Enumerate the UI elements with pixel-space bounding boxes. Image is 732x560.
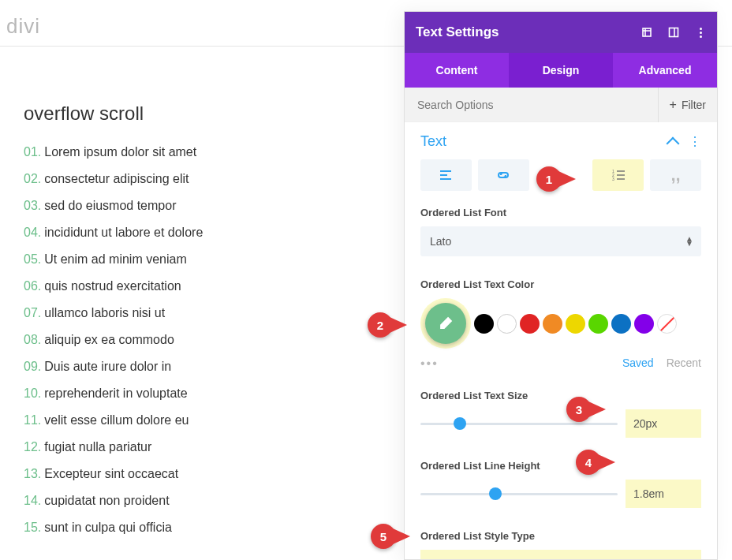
list-text: reprehenderit in voluptate xyxy=(44,386,187,400)
list-number: 08. xyxy=(24,333,41,346)
lineheight-input[interactable] xyxy=(626,480,701,508)
list-number: 12. xyxy=(24,440,41,454)
tab-content[interactable]: Content xyxy=(405,53,509,88)
color-swatch[interactable] xyxy=(543,314,562,334)
color-swatch[interactable] xyxy=(588,314,608,334)
color-label: Ordered List Text Color xyxy=(420,278,701,290)
panel-header: Text Settings xyxy=(405,12,717,53)
list-item: 08.aliquip ex ea commodo xyxy=(24,333,355,347)
search-row: +Filter xyxy=(405,88,717,122)
list-text: quis nostrud exercitation xyxy=(44,279,181,293)
color-swatches xyxy=(420,298,701,349)
saved-colors-tab[interactable]: Saved xyxy=(622,357,654,371)
size-slider[interactable] xyxy=(420,423,618,425)
panel-body: Text ⋮ 123 ,, Ordered List Font Lato ▲▼ … xyxy=(405,122,717,559)
list-item: 04.incididunt ut labore et dolore xyxy=(24,226,355,240)
list-number: 03. xyxy=(24,199,41,212)
search-input[interactable] xyxy=(405,99,658,111)
size-label: Ordered List Text Size xyxy=(420,390,701,401)
list-item: 09.Duis aute irure dolor in xyxy=(24,360,355,374)
panel-title: Text Settings xyxy=(416,24,641,40)
tab-advanced[interactable]: Advanced xyxy=(613,53,717,88)
tab-design[interactable]: Design xyxy=(509,53,613,88)
preview-content: overflow scroll 01.Lorem ipsum dolor sit… xyxy=(24,103,355,547)
subtab-align[interactable] xyxy=(420,159,472,191)
list-item: 12.fugiat nulla pariatur xyxy=(24,440,355,454)
list-item: 13.Excepteur sint occaecat xyxy=(24,467,355,481)
list-item: 01.Lorem ipsum dolor sit amet xyxy=(24,145,355,159)
recent-colors-tab[interactable]: Recent xyxy=(667,357,701,371)
list-item: 15.sunt in culpa qui officia xyxy=(24,521,355,535)
list-text: Excepteur sint occaecat xyxy=(44,467,178,480)
list-text: ullamco laboris nisi ut xyxy=(44,306,165,319)
expand-icon[interactable] xyxy=(641,27,652,38)
filter-label: Filter xyxy=(682,99,706,111)
list-number: 11. xyxy=(24,413,41,427)
svg-text:3: 3 xyxy=(612,177,614,181)
list-number: 10. xyxy=(24,386,41,400)
preview-heading: overflow scroll xyxy=(24,103,355,125)
color-swatch[interactable] xyxy=(497,314,517,334)
list-item: 06.quis nostrud exercitation xyxy=(24,279,355,293)
svg-rect-1 xyxy=(670,28,678,37)
panel-tabs: Content Design Advanced xyxy=(405,53,717,88)
list-text: aliquip ex ea commodo xyxy=(44,333,174,346)
list-number: 09. xyxy=(24,360,41,373)
list-text: sunt in culpa qui officia xyxy=(44,521,172,534)
color-swatch[interactable] xyxy=(611,314,631,334)
brand-logo: divi xyxy=(6,14,40,39)
color-picker-button[interactable] xyxy=(425,303,466,344)
svg-rect-0 xyxy=(643,28,651,36)
styletype-label: Ordered List Style Type xyxy=(420,530,701,542)
color-swatch[interactable] xyxy=(566,314,585,334)
list-number: 07. xyxy=(24,306,41,319)
font-select[interactable]: Lato xyxy=(420,226,701,256)
collapse-icon[interactable] xyxy=(667,136,680,150)
callout-2: 2 xyxy=(368,312,407,338)
menu-dots-icon[interactable] xyxy=(695,27,706,38)
font-label: Ordered List Font xyxy=(420,207,701,218)
list-number: 13. xyxy=(24,467,41,480)
list-text: Lorem ipsum dolor sit amet xyxy=(44,145,196,159)
list-number: 05. xyxy=(24,252,41,266)
color-swatch[interactable] xyxy=(474,314,494,334)
list-item: 02.consectetur adipiscing elit xyxy=(24,172,355,186)
subtab-quote[interactable]: ,, xyxy=(650,159,701,191)
list-item: 10.reprehenderit in voluptate xyxy=(24,386,355,401)
list-item: 11.velit esse cillum dolore eu xyxy=(24,413,355,427)
list-item: 05.Ut enim ad minim veniam xyxy=(24,252,355,267)
list-number: 01. xyxy=(24,145,41,159)
list-text: velit esse cillum dolore eu xyxy=(44,413,189,427)
styletype-select[interactable]: decimal-leading-zero xyxy=(420,550,701,559)
lineheight-label: Ordered List Line Height xyxy=(420,460,701,472)
section-title-text[interactable]: Text xyxy=(420,133,446,150)
section-menu-icon[interactable]: ⋮ xyxy=(689,136,701,148)
list-item: 07.ullamco laboris nisi ut xyxy=(24,306,355,320)
filter-button[interactable]: +Filter xyxy=(658,88,717,122)
list-number: 14. xyxy=(24,494,41,507)
layout-icon[interactable] xyxy=(668,27,679,38)
list-text: Duis aute irure dolor in xyxy=(44,360,171,373)
list-number: 04. xyxy=(24,226,41,239)
list-number: 06. xyxy=(24,279,41,293)
list-number: 15. xyxy=(24,521,41,534)
settings-panel: Text Settings Content Design Advanced +F… xyxy=(404,11,718,560)
lineheight-slider[interactable] xyxy=(420,493,618,495)
text-subtabs: 123 ,, xyxy=(420,159,701,191)
list-item: 14.cupidatat non proident xyxy=(24,494,355,508)
list-text: Ut enim ad minim veniam xyxy=(44,252,187,266)
list-number: 02. xyxy=(24,172,41,185)
size-input[interactable] xyxy=(626,409,701,438)
more-colors-icon[interactable]: ••• xyxy=(420,357,610,371)
list-text: consectetur adipiscing elit xyxy=(44,172,189,185)
color-swatch[interactable] xyxy=(634,314,654,334)
list-text: incididunt ut labore et dolore xyxy=(44,226,203,239)
subtab-ol[interactable]: 123 xyxy=(592,159,644,191)
color-swatch[interactable] xyxy=(657,314,677,334)
list-text: cupidatat non proident xyxy=(44,494,169,507)
color-swatch[interactable] xyxy=(520,314,540,334)
subtab-link[interactable] xyxy=(478,159,529,191)
list-item: 03.sed do eiusmod tempor xyxy=(24,199,355,213)
list-text: fugiat nulla pariatur xyxy=(44,440,151,454)
list-text: sed do eiusmod tempor xyxy=(44,199,176,212)
